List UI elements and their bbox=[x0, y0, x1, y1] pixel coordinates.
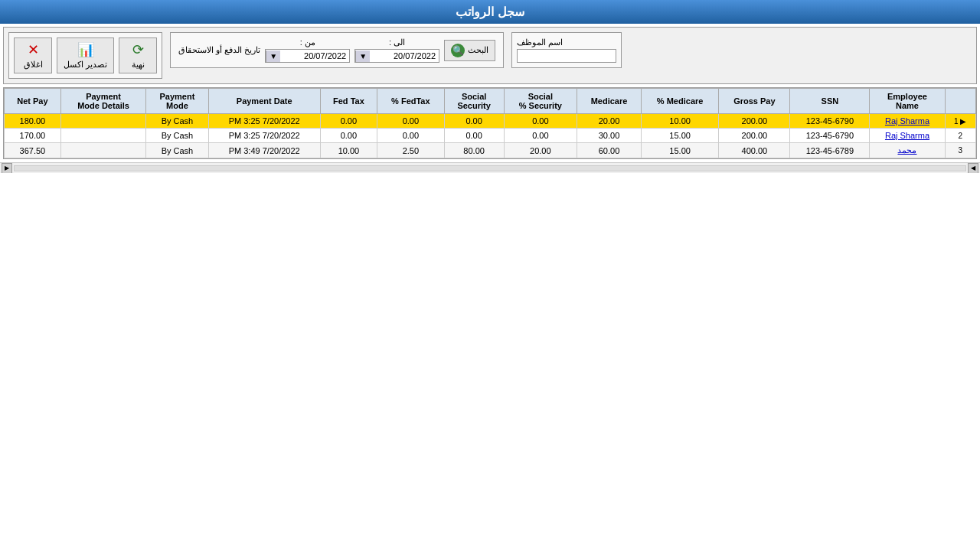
to-label: الى : bbox=[389, 37, 405, 47]
employee-name-cell[interactable]: محمد bbox=[870, 143, 945, 158]
net-pay-cell: 170.00 bbox=[5, 129, 61, 143]
buttons-section: ⟳ نهية 📊 تصدير اكسل ✕ اغلاق bbox=[8, 32, 162, 79]
ssn-cell: 123-45-6790 bbox=[790, 129, 870, 143]
net-pay-cell: 367.50 bbox=[5, 143, 61, 158]
to-date-input[interactable] bbox=[370, 50, 439, 62]
fed-tax-cell: 0.00 bbox=[320, 114, 377, 129]
table-body: ▶ 1Raj Sharma123-45-6790200.0010.0020.00… bbox=[5, 114, 976, 158]
to-date-wrapper: ▼ bbox=[354, 49, 439, 63]
col-employee-name: EmployeeName bbox=[870, 89, 945, 114]
table-row[interactable]: ▶ 1Raj Sharma123-45-6790200.0010.0020.00… bbox=[5, 114, 976, 129]
col-payment-date: Payment Date bbox=[208, 89, 320, 114]
medicare-pct-cell: 10.00 bbox=[641, 114, 718, 129]
col-payment-mode: PaymentMode bbox=[146, 89, 208, 114]
employee-name-cell[interactable]: Raj Sharma bbox=[870, 129, 945, 143]
payment-date-cell: 7/20/2022 3:49 PM bbox=[208, 143, 320, 158]
to-date-dropdown[interactable]: ▼ bbox=[355, 51, 370, 62]
col-payment-mode-details: PaymentMode Details bbox=[60, 89, 146, 114]
gross-pay-cell: 200.00 bbox=[719, 114, 790, 129]
date-range-label: تاريخ الدفع أو الاستحقاق bbox=[178, 45, 260, 55]
table-header: EmployeeName SSN Gross Pay Medicare % Me… bbox=[5, 89, 976, 114]
payment-date-cell: 7/20/2022 3:25 PM bbox=[208, 114, 320, 129]
fed-tax-cell: 10.00 bbox=[320, 143, 377, 158]
net-pay-cell: 180.00 bbox=[5, 114, 61, 129]
title-bar: سجل الرواتب bbox=[0, 0, 980, 24]
payment-mode-details-cell bbox=[60, 143, 146, 158]
to-date-group: الى : ▼ bbox=[354, 37, 439, 63]
payment-mode-details-cell bbox=[60, 129, 146, 143]
col-medicare: Medicare bbox=[577, 89, 642, 114]
excel-icon: 📊 bbox=[77, 41, 94, 58]
row-indicator: 2 bbox=[945, 129, 975, 143]
employee-name-input[interactable] bbox=[517, 49, 616, 63]
table-row[interactable]: 3محمد123-45-6789400.0015.0060.0020.0080.… bbox=[5, 143, 976, 158]
fed-tax-cell: 0.00 bbox=[320, 129, 377, 143]
new-button[interactable]: ⟳ نهية bbox=[119, 37, 157, 73]
medicare-cell: 60.00 bbox=[577, 143, 642, 158]
social-security-pct-cell: 0.00 bbox=[504, 129, 577, 143]
fedtax-pct-cell: 2.50 bbox=[377, 143, 445, 158]
col-net-pay: Net Pay bbox=[5, 89, 61, 114]
medicare-pct-cell: 15.00 bbox=[641, 129, 718, 143]
payment-date-cell: 7/20/2022 3:25 PM bbox=[208, 129, 320, 143]
col-ssn: SSN bbox=[790, 89, 870, 114]
col-fed-tax: Fed Tax bbox=[320, 89, 377, 114]
social-security-pct-cell: 20.00 bbox=[504, 143, 577, 158]
page-title: سجل الرواتب bbox=[456, 5, 524, 18]
social-security-cell: 0.00 bbox=[444, 114, 504, 129]
employee-label: اسم الموظف bbox=[517, 37, 563, 47]
payment-mode-cell: By Cash bbox=[146, 143, 208, 158]
col-indicator bbox=[945, 89, 975, 114]
payroll-table: EmployeeName SSN Gross Pay Medicare % Me… bbox=[4, 88, 976, 158]
scroll-right-button[interactable]: ▶ bbox=[2, 163, 12, 174]
payment-mode-cell: By Cash bbox=[146, 114, 208, 129]
horizontal-scrollbar: ◀ ▶ bbox=[0, 162, 980, 173]
medicare-cell: 30.00 bbox=[577, 129, 642, 143]
medicare-pct-cell: 15.00 bbox=[641, 143, 718, 158]
social-security-pct-cell: 0.00 bbox=[504, 114, 577, 129]
search-icon: 🔍 bbox=[451, 44, 465, 57]
medicare-cell: 20.00 bbox=[577, 114, 642, 129]
col-gross-pay: Gross Pay bbox=[719, 89, 790, 114]
fedtax-pct-cell: 0.00 bbox=[377, 114, 445, 129]
table-row[interactable]: 2Raj Sharma123-45-6790200.0015.0030.000.… bbox=[5, 129, 976, 143]
from-date-wrapper: ▼ bbox=[265, 49, 350, 63]
col-fedtax-pct: FedTax % bbox=[377, 89, 445, 114]
toolbar: ⟳ نهية 📊 تصدير اكسل ✕ اغلاق تاريخ الدفع … bbox=[3, 27, 977, 84]
payroll-table-container: EmployeeName SSN Gross Pay Medicare % Me… bbox=[3, 87, 977, 159]
employee-name-section: اسم الموظف bbox=[511, 32, 622, 68]
col-social-security: SocialSecurity bbox=[444, 89, 504, 114]
social-security-cell: 0.00 bbox=[444, 129, 504, 143]
new-label: نهية bbox=[132, 60, 145, 70]
social-security-cell: 80.00 bbox=[444, 143, 504, 158]
date-range-section: تاريخ الدفع أو الاستحقاق من : ▼ الى : ▼ … bbox=[170, 32, 504, 68]
export-excel-button[interactable]: 📊 تصدير اكسل bbox=[57, 37, 114, 73]
row-indicator: 3 bbox=[945, 143, 975, 158]
gross-pay-cell: 400.00 bbox=[719, 143, 790, 158]
row-indicator: ▶ 1 bbox=[945, 114, 975, 129]
search-button[interactable]: البحث 🔍 bbox=[444, 40, 495, 61]
close-icon: ✕ bbox=[28, 41, 39, 58]
ssn-cell: 123-45-6789 bbox=[790, 143, 870, 158]
scroll-left-button[interactable]: ◀ bbox=[968, 163, 978, 174]
fedtax-pct-cell: 0.00 bbox=[377, 129, 445, 143]
col-social-security-pct: SocialSecurity % bbox=[504, 89, 577, 114]
ssn-cell: 123-45-6790 bbox=[790, 114, 870, 129]
payment-mode-details-cell bbox=[60, 114, 146, 129]
from-date-input[interactable] bbox=[280, 50, 349, 62]
search-label: البحث bbox=[468, 45, 488, 55]
employee-name-cell[interactable]: Raj Sharma bbox=[870, 114, 945, 129]
new-icon: ⟳ bbox=[132, 41, 144, 58]
payment-mode-cell: By Cash bbox=[146, 129, 208, 143]
export-excel-label: تصدير اكسل bbox=[64, 60, 107, 70]
close-button[interactable]: ✕ اغلاق bbox=[14, 37, 52, 73]
from-date-dropdown[interactable]: ▼ bbox=[266, 51, 280, 62]
scroll-track[interactable] bbox=[14, 165, 966, 171]
from-date-group: من : ▼ bbox=[265, 37, 350, 63]
from-label: من : bbox=[300, 37, 315, 47]
close-label: اغلاق bbox=[24, 60, 43, 70]
col-medicare-pct: Medicare % bbox=[641, 89, 718, 114]
gross-pay-cell: 200.00 bbox=[719, 129, 790, 143]
